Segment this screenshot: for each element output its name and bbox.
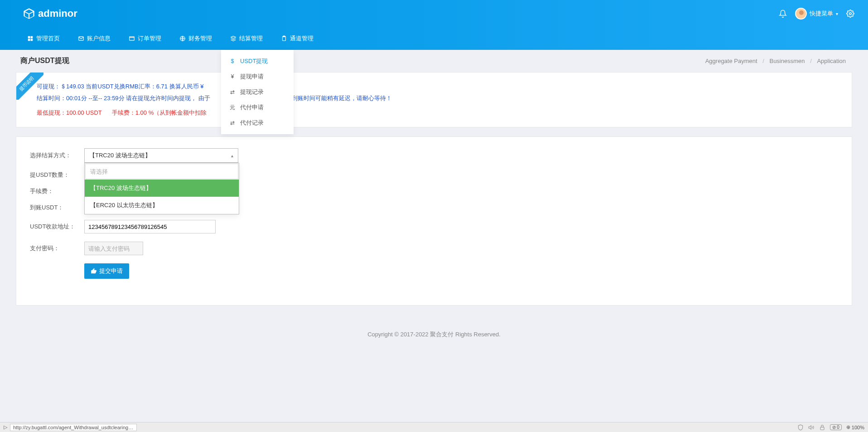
breadcrumb-item[interactable]: Businessmen (769, 58, 805, 64)
select-option-trc20[interactable]: 【TRC20 波场生态链】 (85, 180, 239, 197)
page-head: 商户USDT提现 Aggregate Payment / Businessmen… (0, 50, 868, 72)
breadcrumb-item[interactable]: Aggregate Payment (705, 58, 757, 64)
notice-text: 当前USDT兑换RMB汇率： (84, 83, 156, 90)
bell-icon[interactable] (779, 10, 787, 18)
submit-label: 提交申请 (99, 267, 123, 275)
svg-rect-3 (28, 39, 30, 41)
gear-icon[interactable] (846, 10, 854, 18)
swap-icon: ⇄ (229, 120, 236, 126)
dropdown-label: 代付记录 (240, 119, 264, 127)
notice-text: 请在提现允许时间内提现， 由于 (125, 95, 210, 102)
dropdown-label: 提现记录 (240, 88, 264, 96)
nav-orders[interactable]: 订单管理 (120, 27, 170, 50)
nav-channel[interactable]: 通道管理 (272, 27, 323, 50)
dropdown-payout-apply[interactable]: 元 代付申请 (221, 100, 294, 115)
brand-logo[interactable]: adminor (23, 7, 77, 20)
notice-text: ，到账时间可能稍有延迟，请耐心等待！ (286, 95, 392, 102)
mail-icon (78, 35, 84, 42)
globe-icon (179, 35, 186, 42)
submit-button[interactable]: 提交申请 (84, 263, 129, 279)
nav-label: 管理首页 (36, 34, 60, 43)
nav-dashboard[interactable]: 管理首页 (18, 27, 69, 50)
method-dropdown: 【TRC20 波场生态链】 【ERC20 以太坊生态链】 (84, 163, 239, 214)
dropdown-usdt-withdraw[interactable]: $ USDT提现 (221, 53, 294, 69)
select-option-erc20[interactable]: 【ERC20 以太坊生态链】 (85, 197, 239, 214)
row-address: USDT收款地址： (30, 220, 838, 233)
svg-point-0 (849, 13, 852, 15)
nav-label: 通道管理 (290, 34, 313, 43)
method-select[interactable]: 【TRC20 波场生态链】 ▴ (84, 148, 238, 163)
svg-rect-2 (31, 36, 33, 39)
label-arrive: 到账USDT： (30, 204, 84, 212)
dropdown-label: 代付申请 (240, 103, 264, 112)
nav-account[interactable]: 账户信息 (69, 27, 120, 50)
nav-label: 订单管理 (138, 34, 161, 43)
dropdown-label: USDT提现 (240, 57, 268, 65)
notice-min: 100.00 USDT (66, 109, 102, 116)
corner-ribbon: 提币说明 (16, 73, 43, 100)
notice-text: 手续费： (112, 109, 135, 116)
brand-text: adminor (38, 8, 77, 19)
svg-rect-1 (28, 36, 30, 39)
breadcrumb-item[interactable]: Application (817, 58, 846, 64)
navbar: 管理首页 账户信息 订单管理 财务管理 结算管理 $ USDT提现 ¥ 提现申请… (0, 27, 868, 50)
row-submit: 提交申请 (30, 263, 838, 279)
dropdown-withdraw-apply[interactable]: ¥ 提现申请 (221, 69, 294, 84)
content: 提币说明 可提现：＄149.03 当前USDT兑换RMB汇率：6.71 换算人民… (0, 72, 868, 319)
nav-label: 结算管理 (239, 34, 263, 43)
nav-label: 财务管理 (188, 34, 212, 43)
label-fee: 手续费： (30, 187, 84, 195)
yuan-icon: 元 (229, 104, 236, 112)
nav-settlement[interactable]: 结算管理 $ USDT提现 ¥ 提现申请 ⇄ 提现记录 元 代付申请 ⇄ 代付记… (221, 27, 272, 50)
avatar (795, 8, 807, 19)
dropdown-payout-record[interactable]: ⇄ 代付记录 (221, 115, 294, 131)
clipboard-icon (281, 35, 287, 42)
label-method: 选择结算方式： (30, 151, 84, 160)
chevron-down-icon: ▾ (836, 11, 838, 16)
yen-icon: ¥ (229, 73, 236, 80)
nav-label: 账户信息 (87, 34, 111, 43)
caret-up-icon: ▴ (231, 153, 233, 158)
notice-box: 提币说明 可提现：＄149.03 当前USDT兑换RMB汇率：6.71 换算人民… (16, 72, 852, 127)
notice-balance: ＄149.03 (60, 83, 84, 90)
notice-fee: 1.00 %（从到帐金额中扣除 (135, 109, 207, 116)
topbar: adminor 快捷菜单 ▾ (0, 0, 868, 27)
cube-icon (23, 7, 35, 20)
dollar-icon: $ (229, 58, 236, 64)
swap-icon: ⇄ (229, 89, 236, 95)
breadcrumb-sep: / (810, 58, 812, 64)
address-input[interactable] (84, 220, 216, 233)
label-amount: 提USDT数量： (30, 171, 84, 179)
notice-line-2: 结算时间：00:01分 --至-- 23:59分 请在提现允许时间内提现， 由于… (37, 92, 843, 104)
user-menu[interactable]: 快捷菜单 ▾ (795, 8, 838, 19)
dropdown-withdraw-record[interactable]: ⇄ 提现记录 (221, 84, 294, 100)
envelope-icon (129, 35, 135, 42)
footer: Copyright © 2017-2022 聚合支付 Rights Reserv… (0, 319, 868, 345)
ribbon-text: 提币说明 (16, 73, 43, 100)
notice-text: 最低提现： (37, 109, 66, 116)
notice-line-1: 可提现：＄149.03 当前USDT兑换RMB汇率：6.71 换算人民币 ¥ =… (37, 81, 843, 92)
settlement-dropdown: $ USDT提现 ¥ 提现申请 ⇄ 提现记录 元 代付申请 ⇄ 代付记录 (221, 50, 294, 134)
layers-icon (230, 35, 236, 42)
breadcrumb: Aggregate Payment / Businessmen / Applic… (704, 58, 848, 64)
label-password: 支付密码： (30, 244, 84, 252)
notice-rate: 6.71 (156, 83, 168, 90)
label-address: USDT收款地址： (30, 223, 84, 231)
password-input[interactable] (84, 242, 143, 255)
select-value: 【TRC20 波场生态链】 (89, 151, 151, 160)
row-password: 支付密码： (30, 242, 838, 255)
grid-icon (27, 35, 34, 42)
dropdown-label: 提现申请 (240, 73, 264, 81)
form-panel: 选择结算方式： 【TRC20 波场生态链】 ▴ 【TRC20 波场生态链】 【E… (16, 136, 852, 306)
topbar-right: 快捷菜单 ▾ (779, 8, 854, 19)
breadcrumb-sep: / (762, 58, 764, 64)
user-menu-label: 快捷菜单 (810, 10, 833, 18)
notice-line-3: 最低提现：100.00 USDT 手续费：1.00 %（从到帐金额中扣除 (37, 107, 843, 119)
page-title: 商户USDT提现 (20, 56, 69, 66)
nav-finance[interactable]: 财务管理 (170, 27, 221, 50)
svg-rect-4 (31, 39, 33, 41)
notice-time: 00:01分 --至-- 23:59分 (66, 95, 125, 102)
row-method: 选择结算方式： 【TRC20 波场生态链】 ▴ 【TRC20 波场生态链】 【E… (30, 148, 838, 163)
thumbs-up-icon (91, 268, 97, 274)
select-search-input[interactable] (85, 164, 238, 179)
